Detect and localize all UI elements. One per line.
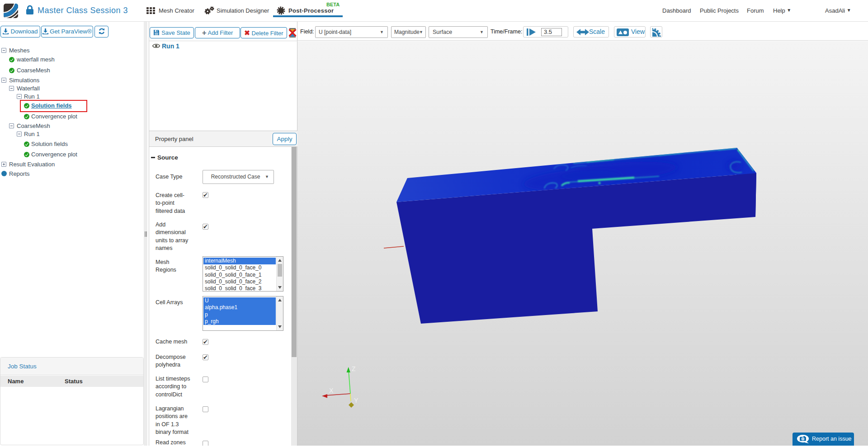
svg-text:Y: Y (354, 397, 359, 404)
svg-text:X: X (329, 387, 334, 394)
svg-text:Z: Z (352, 365, 356, 372)
